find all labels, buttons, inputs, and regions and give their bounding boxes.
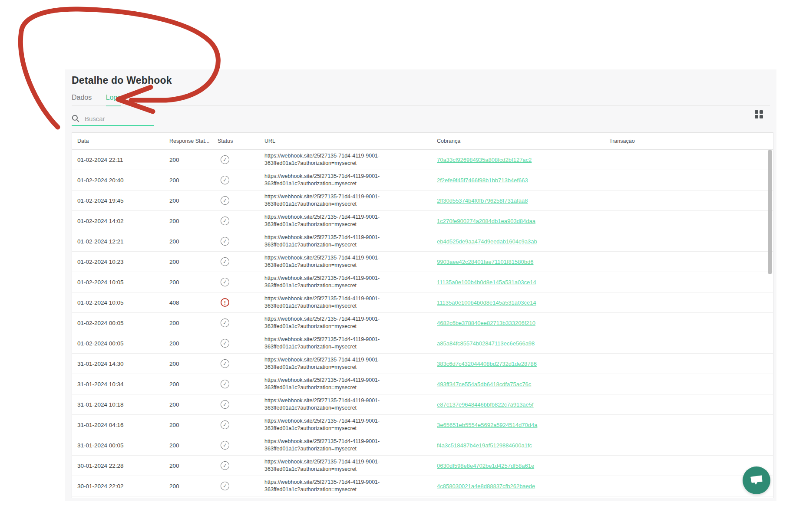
table-scrollbar-thumb[interactable] [768,150,772,274]
log-url: https://webhook.site/25f27135-71d4-4119-… [264,397,437,412]
response-status-code: 200 [169,320,218,326]
tab-dados[interactable]: Dados [72,94,92,105]
success-check-icon: ✓ [220,176,230,184]
table-row: 31-01-2024 14:30200✓https://webhook.site… [72,354,773,374]
cobranca-link[interactable]: 70a33cf926984935a808fcd2bf127ac2 [437,157,532,163]
success-check-icon: ✓ [220,482,230,490]
success-check-icon: ✓ [220,319,230,327]
log-url: https://webhook.site/25f27135-71d4-4119-… [264,234,437,249]
table-row: 01-02-2024 22:11200✓https://webhook.site… [72,150,773,170]
response-status-code: 200 [169,340,218,347]
success-check-icon: ✓ [220,196,230,205]
cobranca-link[interactable]: 11135a0e100b4b0d8e145a531a03ce14 [437,279,536,286]
table-row: 31-01-2024 00:05200✓https://webhook.site… [72,435,773,456]
table-header-row: Data Response Stat... Status URL Cobranç… [72,133,773,150]
tabs-divider [72,105,770,106]
status-cell: ✓ [218,237,264,246]
status-cell: ✓ [218,441,264,450]
log-url: https://webhook.site/25f27135-71d4-4119-… [264,213,437,228]
table-row: 01-02-2024 12:21200✓https://webhook.site… [72,231,773,252]
log-url: https://webhook.site/25f27135-71d4-4119-… [264,193,437,208]
cobranca-cell: 70a33cf926984935a808fcd2bf127ac2 [437,156,609,164]
log-url: https://webhook.site/25f27135-71d4-4119-… [264,275,437,289]
tab-bar: Dados Logs [72,94,133,106]
table-body: 01-02-2024 22:11200✓https://webhook.site… [72,150,773,498]
log-date: 30-01-2024 22:02 [77,483,169,489]
response-status-code: 200 [169,361,218,367]
column-header-data: Data [77,138,169,144]
cobranca-link[interactable]: 4c858030021a4e8d88837cfb262baede [437,483,535,489]
table-row: 01-02-2024 19:45200✓https://webhook.site… [72,190,773,211]
response-status-code: 200 [169,197,218,204]
cobranca-link[interactable]: 2ff30d55374b4f0fb796258f731afaa8 [437,197,528,204]
response-status-code: 200 [169,442,218,449]
column-header-response: Response Stat... [169,138,218,144]
cobranca-link[interactable]: 11135a0e100b4b0d8e145a531a03ce14 [437,299,536,306]
cobranca-link[interactable]: 2f2efe9f45f7466f98b1bb713b4ef663 [437,177,528,184]
log-date: 01-02-2024 00:05 [77,340,169,347]
response-status-code: 200 [169,401,218,408]
cobranca-link[interactable]: 383c6d7c432044408bd2732d1de28786 [437,361,537,367]
log-date: 01-02-2024 22:11 [77,157,169,163]
cobranca-link[interactable]: 1c270fe900274a2084db1ea903d84daa [437,218,535,224]
cobranca-link[interactable]: eb4d525de9aa474d9eedab1604c9a3ab [437,238,537,245]
status-cell: ✓ [218,339,264,348]
status-cell: ✓ [218,461,264,470]
log-date: 01-02-2024 12:21 [77,238,169,245]
log-date: 01-02-2024 14:02 [77,218,169,224]
response-status-code: 200 [169,218,218,224]
log-url: https://webhook.site/25f27135-71d4-4119-… [264,315,437,330]
cobranca-link[interactable]: 0630df598e8e4702be1d4257df58a61e [437,463,534,469]
cobranca-link[interactable]: e87c137e9648446bbfb822c7a913ae5f [437,401,534,408]
log-date: 31-01-2024 14:30 [77,361,169,367]
response-status-code: 200 [169,238,218,245]
cobranca-cell: 3e65651eb5554e5692a5924514d70d4a [437,421,609,429]
column-header-transacao: Transação [609,138,773,144]
success-check-icon: ✓ [220,257,230,266]
status-cell: ✓ [218,380,264,388]
success-check-icon: ✓ [220,359,230,368]
table-row: 01-02-2024 00:05200✓https://webhook.site… [72,333,773,354]
table-row: 31-01-2024 10:18200✓https://webhook.site… [72,394,773,415]
log-date: 01-02-2024 10:23 [77,259,169,265]
table-row: 31-01-2024 04:16200✓https://webhook.site… [72,415,773,435]
table-row: 01-02-2024 14:02200✓https://webhook.site… [72,211,773,231]
log-date: 01-02-2024 00:05 [77,320,169,326]
response-status-code: 200 [169,279,218,286]
cobranca-link[interactable]: 3e65651eb5554e5692a5924514d70d4a [437,422,537,428]
log-url: https://webhook.site/25f27135-71d4-4119-… [264,254,437,269]
status-cell: ✓ [218,420,264,429]
search-input[interactable] [84,115,154,123]
cobranca-cell: 1c270fe900274a2084db1ea903d84daa [437,217,609,225]
tab-logs[interactable]: Logs [106,94,121,106]
log-date: 01-02-2024 19:45 [77,197,169,204]
table-row: 30-01-2024 22:28200✓https://webhook.site… [72,456,773,476]
cobranca-link[interactable]: a85a84fc85574b02847113ec6e566a98 [437,340,535,347]
log-url: https://webhook.site/25f27135-71d4-4119-… [264,438,437,453]
search-icon [72,115,79,122]
table-row: 01-02-2024 10:23200✓https://webhook.site… [72,252,773,272]
table-row: 01-02-2024 20:40200✓https://webhook.site… [72,170,773,190]
cobranca-link[interactable]: 4682c6be378840ee82713b333206f210 [437,320,535,326]
cobranca-cell: eb4d525de9aa474d9eedab1604c9a3ab [437,237,609,245]
cobranca-cell: 2f2efe9f45f7466f98b1bb713b4ef663 [437,176,609,184]
log-date: 01-02-2024 10:05 [77,279,169,286]
cobranca-link[interactable]: 9903aee42c28401fae71101f81580bd6 [437,259,533,265]
success-check-icon: ✓ [220,380,230,388]
status-cell: ✓ [218,400,264,409]
page-title: Detalhe do Webhook [72,75,172,86]
table-row: ✓https://webhook.site/25f27135-71d4-4119… [72,496,773,498]
response-status-code: 200 [169,177,218,184]
grid-view-icon[interactable] [755,110,764,120]
search-field[interactable] [72,112,154,126]
status-cell: ✓ [218,482,264,490]
cobranca-cell: 9903aee42c28401fae71101f81580bd6 [437,258,609,266]
success-check-icon: ✓ [220,420,230,429]
chat-launcher-button[interactable] [743,466,770,494]
status-cell: ✓ [218,196,264,205]
response-status-code: 200 [169,381,218,388]
log-url: https://webhook.site/25f27135-71d4-4119-… [264,152,437,167]
cobranca-link[interactable]: f4a3c518487b4e19af5129884600a1fc [437,442,532,449]
column-header-cobranca: Cobrança [437,138,609,144]
cobranca-link[interactable]: 493ff347ce554a5db6418cdfa75ac76c [437,381,531,388]
